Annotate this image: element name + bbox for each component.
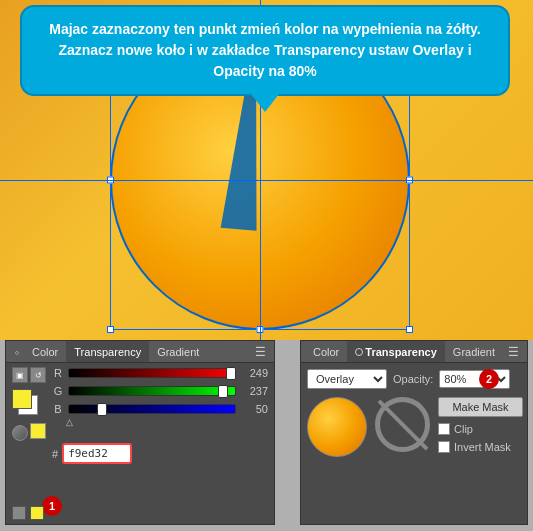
sliders-area: R 249 G 237	[52, 367, 268, 427]
swatch-foreground[interactable]	[12, 389, 32, 409]
g-label: G	[52, 385, 64, 397]
r-value: 249	[240, 367, 268, 379]
tool-icon-row-2	[12, 423, 48, 441]
invert-mask-checkbox-row: Invert Mask	[438, 441, 523, 453]
none-icon[interactable]	[12, 506, 26, 520]
badge-1: 1	[42, 496, 62, 516]
clip-checkbox[interactable]	[438, 423, 450, 435]
right-panel-menu[interactable]: ☰	[504, 345, 523, 359]
r-slider-row: R 249	[52, 367, 268, 379]
left-panel-tabs: ⬦ Color Transparency Gradient ☰	[6, 341, 274, 363]
transparency-dot	[355, 348, 363, 356]
yellow-square-icon[interactable]	[30, 423, 46, 439]
handle-br[interactable]	[406, 326, 413, 333]
r-label: R	[52, 367, 64, 379]
fill-tool-icon[interactable]: ▣	[12, 367, 28, 383]
color-swatch-stack	[12, 389, 42, 417]
color-fill-icon[interactable]	[30, 506, 44, 520]
clip-label: Clip	[454, 423, 473, 435]
invert-mask-label: Invert Mask	[454, 441, 511, 453]
stroke-tool-icon[interactable]: ↺	[30, 367, 46, 383]
badge-2: 2	[479, 369, 499, 389]
clip-checkbox-row: Clip	[438, 423, 523, 435]
speech-bubble-text: Majac zaznaczony ten punkt zmień kolor n…	[49, 21, 481, 79]
b-slider-track[interactable]	[68, 404, 236, 414]
g-slider-thumb[interactable]	[218, 385, 228, 398]
r-slider-track[interactable]	[68, 368, 236, 378]
no-sign-icon[interactable]	[375, 397, 430, 452]
preview-sphere	[307, 397, 367, 457]
tab-gradient-right[interactable]: Gradient	[445, 341, 503, 362]
b-label: B	[52, 403, 64, 415]
b-slider-thumb[interactable]	[97, 403, 107, 416]
tab-gradient-left[interactable]: Gradient	[149, 341, 207, 362]
hex-input[interactable]	[62, 443, 132, 464]
right-panel: Color Transparency Gradient ☰ Overlay Op…	[300, 340, 528, 525]
hex-area: #	[12, 443, 268, 464]
tab-color-left[interactable]: Color	[24, 341, 66, 362]
opacity-input[interactable]	[439, 370, 484, 388]
right-panel-tabs: Color Transparency Gradient ☰	[301, 341, 527, 363]
g-slider-row: G 237	[52, 385, 268, 397]
r-slider-thumb[interactable]	[226, 367, 236, 380]
trans-buttons: Make Mask Clip Invert Mask	[438, 397, 523, 453]
tab-color-right[interactable]: Color	[305, 341, 347, 362]
tool-icon-row-1: ▣ ↺	[12, 367, 48, 383]
make-mask-button[interactable]: Make Mask	[438, 397, 523, 417]
b-value: 50	[240, 403, 268, 415]
g-value: 237	[240, 385, 268, 397]
panel-icon-1: ⬦	[10, 345, 24, 359]
color-tools-row: ▣ ↺ R	[12, 367, 268, 441]
b-slider-row: B 50	[52, 403, 268, 415]
left-panel: ⬦ Color Transparency Gradient ☰ ▣ ↺	[5, 340, 275, 525]
opacity-label: Opacity:	[393, 373, 433, 385]
color-panel-body: ▣ ↺ R	[6, 363, 274, 468]
hex-label: #	[52, 448, 58, 460]
tab-transparency-right[interactable]: Transparency	[347, 341, 445, 362]
speech-bubble: Majac zaznaczony ten punkt zmień kolor n…	[20, 5, 510, 96]
panels-area: ⬦ Color Transparency Gradient ☰ ▣ ↺	[0, 340, 533, 531]
tab-transparency-left[interactable]: Transparency	[66, 341, 149, 362]
blend-mode-dropdown[interactable]: Overlay	[307, 369, 387, 389]
trans-content-row: Make Mask Clip Invert Mask	[307, 397, 521, 457]
crosshair-horizontal	[0, 180, 533, 181]
g-slider-track[interactable]	[68, 386, 236, 396]
bottom-icons	[12, 506, 44, 520]
invert-mask-checkbox[interactable]	[438, 441, 450, 453]
color-tools-left: ▣ ↺	[12, 367, 48, 441]
handle-bl[interactable]	[107, 326, 114, 333]
left-panel-menu[interactable]: ☰	[251, 345, 270, 359]
globe-icon[interactable]	[12, 425, 28, 441]
